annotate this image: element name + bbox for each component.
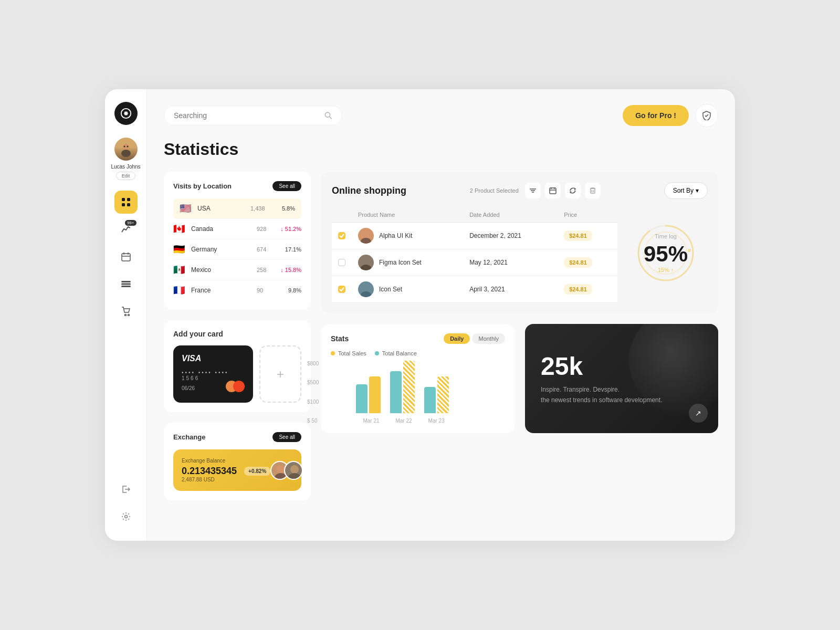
sidebar-item-logout[interactable]: [114, 478, 138, 501]
sidebar-bottom: [114, 478, 138, 528]
bar-mar23-gold: [437, 376, 449, 413]
search-bar[interactable]: [164, 106, 342, 125]
stats-title: Stats: [331, 334, 349, 343]
visit-pct: 9.8%: [278, 287, 301, 293]
svg-point-21: [128, 314, 129, 316]
chart-group-mar21: [356, 376, 381, 413]
table-row: Alpha UI Kit December 2, 2021 $24.81: [332, 223, 617, 249]
sidebar: Lucas Johns Edit 99+: [105, 89, 147, 541]
visits-see-all-button[interactable]: See all: [272, 181, 301, 191]
visits-title: Visits by Location: [173, 182, 232, 190]
sidebar-item-calendar[interactable]: [114, 245, 138, 268]
country-name: Mexico: [191, 266, 251, 274]
security-button[interactable]: [695, 104, 718, 127]
timelog-percentage: 95%: [644, 242, 688, 267]
row-checkbox[interactable]: [338, 232, 345, 239]
exchange-header: Exchange See all: [173, 432, 301, 442]
visa-logo: VISA: [182, 354, 245, 363]
chart-wrapper: $800 $500 $100 $ 50: [331, 361, 505, 424]
exchange-pct: +0.82%: [244, 467, 270, 476]
x-label-mar22: Mar 22: [388, 418, 419, 424]
date-added: April 3, 2021: [463, 276, 558, 303]
svg-rect-10: [127, 198, 130, 201]
product-cell: Icon Set: [358, 281, 457, 297]
promo-number: 25k: [541, 352, 702, 381]
y-label-500: $500: [307, 380, 319, 385]
y-label-800: $800: [307, 361, 319, 366]
table-row: Figma Icon Set May 12, 2021 $24.81: [332, 249, 617, 276]
flag-icon: 🇨🇦: [173, 223, 186, 235]
sidebar-item-settings[interactable]: [114, 505, 138, 528]
shopping-calendar-button[interactable]: [545, 183, 561, 198]
sidebar-item-cart[interactable]: [114, 300, 138, 323]
legend-total-balance: Total Balance: [375, 350, 417, 356]
shopping-filter-button[interactable]: [525, 183, 541, 198]
product-cell: Alpha UI Kit: [358, 228, 457, 244]
location-item: 🇫🇷 France 90 9.8%: [173, 280, 301, 300]
svg-point-48: [688, 249, 691, 252]
shopping-header: Online shopping 2 Product Selected: [332, 182, 708, 199]
visit-pct: 5.8%: [271, 205, 295, 212]
flag-icon: 🇫🇷: [173, 285, 186, 296]
visit-count: 258: [257, 267, 272, 273]
shopping-table-body: Alpha UI Kit December 2, 2021 $24.81: [332, 223, 617, 303]
location-item: 🇲🇽 Mexico 258 ↓ 15.8%: [173, 260, 301, 280]
col-price: Price: [558, 207, 617, 223]
sidebar-logo[interactable]: [114, 102, 138, 125]
svg-point-6: [121, 150, 131, 157]
chart-group-mar22: [390, 361, 415, 413]
y-label-100: $100: [307, 399, 319, 405]
shopping-title: Online shopping: [332, 185, 406, 196]
shopping-sync-button[interactable]: [565, 183, 581, 198]
avatar: [114, 138, 138, 161]
svg-point-23: [326, 112, 330, 117]
date-added: May 12, 2021: [463, 249, 558, 276]
x-labels: Mar 21 Mar 22 Mar 23: [356, 418, 505, 424]
price-badge: $24.81: [564, 257, 592, 268]
row-checkbox[interactable]: [338, 286, 345, 293]
search-input[interactable]: [174, 111, 319, 120]
x-label-mar21: Mar 21: [356, 418, 386, 424]
sidebar-item-chart[interactable]: 99+: [114, 218, 138, 241]
svg-point-20: [124, 314, 126, 316]
promo-content: 25k Inspire. Transpire. Devspire. the ne…: [541, 352, 702, 405]
row-checkbox[interactable]: [338, 259, 345, 266]
card-number: •••• •••• •••• 1566: [182, 370, 245, 381]
stats-tab-monthly[interactable]: Monthly: [472, 333, 505, 344]
left-column: Visits by Location See all 🇺🇸 USA 1,438 …: [164, 172, 311, 500]
svg-point-22: [124, 516, 127, 518]
chart-group-mar23: [424, 376, 449, 413]
add-card-section: Add your card VISA •••• •••• •••• 1566 0…: [164, 320, 311, 412]
x-label-mar23: Mar 23: [421, 418, 452, 424]
user-profile-section: Lucas Johns Edit: [111, 138, 140, 180]
shopping-delete-button[interactable]: [585, 183, 601, 198]
shopping-table: Product Name Date Added Price: [332, 207, 617, 303]
promo-arrow-button[interactable]: ↗: [689, 404, 708, 423]
sort-button[interactable]: Sort By ▾: [664, 182, 708, 199]
flag-icon: 🇩🇪: [173, 244, 186, 255]
edit-profile-button[interactable]: Edit: [116, 172, 136, 180]
visit-count: 928: [257, 226, 272, 232]
location-item: 🇺🇸 USA 1,438 5.8%: [173, 198, 301, 219]
exchange-avatars: [270, 461, 303, 480]
add-new-card-button[interactable]: +: [259, 345, 301, 403]
shopping-meta: 2 Product Selected: [470, 183, 601, 198]
visits-list: 🇺🇸 USA 1,438 5.8% 🇨🇦 Canada 928 ↓ 51.2% …: [173, 198, 301, 300]
calendar-icon: [549, 187, 556, 194]
svg-rect-36: [591, 188, 595, 193]
country-name: Canada: [191, 225, 251, 233]
exchange-see-all-button[interactable]: See all: [272, 432, 301, 442]
visa-card: VISA •••• •••• •••• 1566 06/26: [173, 345, 253, 403]
stats-tabs: Daily Monthly: [444, 333, 505, 344]
go-pro-button[interactable]: Go for Pro !: [623, 105, 689, 126]
shopping-table-head: Product Name Date Added Price: [332, 207, 617, 223]
bottom-row: Stats Daily Monthly Total Sales: [321, 324, 718, 433]
sidebar-item-minus[interactable]: [114, 272, 138, 296]
price-badge: $24.81: [564, 230, 592, 241]
stats-tab-daily[interactable]: Daily: [444, 333, 470, 344]
product-avatar: [358, 281, 374, 297]
svg-rect-12: [127, 203, 130, 206]
sidebar-item-grid[interactable]: [114, 191, 138, 214]
svg-rect-32: [550, 188, 556, 194]
svg-point-27: [290, 465, 299, 474]
